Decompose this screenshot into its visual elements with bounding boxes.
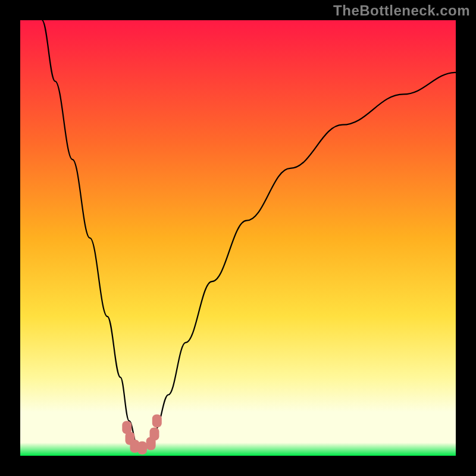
highlight-marker: [152, 414, 162, 427]
watermark-text: TheBottleneck.com: [333, 2, 470, 19]
outer-frame: TheBottleneck.com: [0, 0, 476, 476]
heatmap-background: [20, 20, 456, 456]
highlight-marker: [137, 441, 147, 455]
chart-plot-area: [20, 20, 456, 456]
chart-svg: [20, 20, 456, 456]
highlight-marker: [150, 427, 159, 440]
